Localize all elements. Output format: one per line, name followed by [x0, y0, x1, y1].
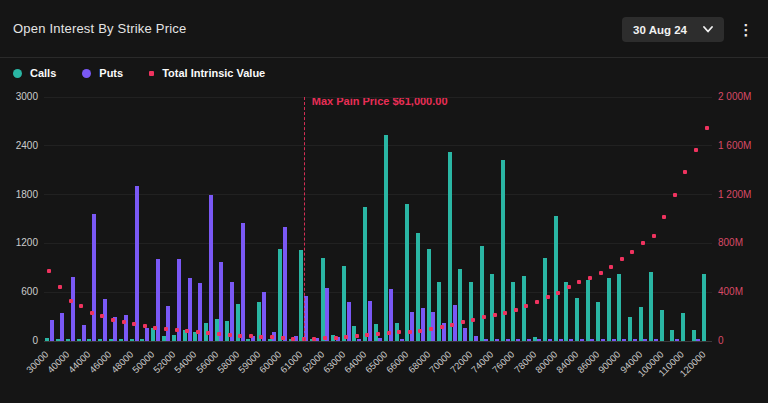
puts-bar[interactable]	[92, 214, 96, 341]
intrinsic-value-dot[interactable]	[249, 334, 253, 338]
puts-bar[interactable]	[675, 339, 679, 341]
intrinsic-value-dot[interactable]	[620, 257, 624, 261]
calls-bar[interactable]	[246, 339, 250, 341]
calls-bar[interactable]	[119, 339, 123, 341]
intrinsic-value-dot[interactable]	[185, 329, 189, 333]
calls-bar[interactable]	[299, 250, 303, 341]
date-selector-dropdown[interactable]: 30 Aug 24	[622, 17, 724, 42]
puts-bar[interactable]	[463, 328, 467, 341]
calls-bar[interactable]	[480, 246, 484, 341]
intrinsic-value-dot[interactable]	[100, 314, 104, 318]
intrinsic-value-dot[interactable]	[546, 295, 550, 299]
calls-bar[interactable]	[575, 298, 579, 341]
puts-bar[interactable]	[400, 339, 404, 341]
intrinsic-value-dot[interactable]	[344, 335, 348, 339]
puts-bar[interactable]	[262, 292, 266, 341]
intrinsic-value-dot[interactable]	[577, 280, 581, 284]
legend-item-puts[interactable]: Puts	[82, 67, 123, 79]
legend-item-intrinsic-value[interactable]: Total Intrinsic Value	[149, 67, 265, 79]
intrinsic-value-dot[interactable]	[461, 320, 465, 324]
intrinsic-value-dot[interactable]	[143, 324, 147, 328]
intrinsic-value-dot[interactable]	[514, 308, 518, 312]
calls-bar[interactable]	[109, 339, 113, 341]
puts-bar[interactable]	[590, 339, 594, 341]
puts-bar[interactable]	[421, 308, 425, 341]
calls-bar[interactable]	[628, 317, 632, 341]
intrinsic-value-dot[interactable]	[79, 304, 83, 308]
intrinsic-value-dot[interactable]	[90, 311, 94, 315]
intrinsic-value-dot[interactable]	[683, 170, 687, 174]
calls-bar[interactable]	[639, 307, 643, 341]
intrinsic-value-dot[interactable]	[705, 126, 709, 130]
puts-bar[interactable]	[474, 336, 478, 341]
intrinsic-value-dot[interactable]	[567, 285, 571, 289]
calls-bar[interactable]	[77, 339, 81, 341]
intrinsic-value-dot[interactable]	[355, 334, 359, 338]
calls-bar[interactable]	[660, 310, 664, 341]
intrinsic-value-dot[interactable]	[641, 241, 645, 245]
calls-bar[interactable]	[66, 339, 70, 341]
calls-bar[interactable]	[586, 280, 590, 341]
intrinsic-value-dot[interactable]	[334, 336, 338, 340]
intrinsic-value-dot[interactable]	[111, 318, 115, 322]
puts-bar[interactable]	[103, 299, 107, 341]
calls-bar[interactable]	[87, 339, 91, 341]
intrinsic-value-dot[interactable]	[493, 313, 497, 317]
calls-bar[interactable]	[363, 207, 367, 341]
calls-bar[interactable]	[56, 339, 60, 341]
intrinsic-value-dot[interactable]	[662, 215, 666, 219]
intrinsic-value-dot[interactable]	[503, 311, 507, 315]
puts-bar[interactable]	[580, 339, 584, 341]
calls-bar[interactable]	[416, 233, 420, 341]
calls-bar[interactable]	[522, 276, 526, 341]
puts-bar[interactable]	[643, 339, 647, 341]
intrinsic-value-dot[interactable]	[281, 336, 285, 340]
puts-bar[interactable]	[569, 339, 573, 341]
calls-bar[interactable]	[469, 282, 473, 341]
puts-bar[interactable]	[219, 262, 223, 341]
puts-bar[interactable]	[633, 339, 637, 341]
puts-bar[interactable]	[484, 339, 488, 341]
intrinsic-value-dot[interactable]	[217, 332, 221, 336]
calls-bar[interactable]	[458, 269, 462, 341]
calls-bar[interactable]	[278, 249, 282, 341]
legend-item-calls[interactable]: Calls	[13, 67, 56, 79]
intrinsic-value-dot[interactable]	[47, 269, 51, 273]
intrinsic-value-dot[interactable]	[312, 337, 316, 341]
calls-bar[interactable]	[151, 328, 155, 341]
intrinsic-value-dot[interactable]	[694, 148, 698, 152]
intrinsic-value-dot[interactable]	[206, 331, 210, 335]
puts-bar[interactable]	[495, 339, 499, 341]
intrinsic-value-dot[interactable]	[238, 334, 242, 338]
puts-bar[interactable]	[559, 339, 563, 341]
puts-bar[interactable]	[527, 339, 531, 341]
intrinsic-value-dot[interactable]	[599, 271, 603, 275]
calls-bar[interactable]	[681, 313, 685, 341]
intrinsic-value-dot[interactable]	[397, 330, 401, 334]
puts-bar[interactable]	[325, 288, 329, 341]
calls-bar[interactable]	[490, 274, 494, 342]
intrinsic-value-dot[interactable]	[291, 337, 295, 341]
intrinsic-value-dot[interactable]	[196, 330, 200, 334]
puts-bar[interactable]	[145, 328, 149, 341]
intrinsic-value-dot[interactable]	[524, 304, 528, 308]
puts-bar[interactable]	[135, 186, 139, 341]
calls-bar[interactable]	[405, 204, 409, 341]
intrinsic-value-dot[interactable]	[450, 323, 454, 327]
puts-bar[interactable]	[378, 338, 382, 341]
calls-bar[interactable]	[268, 339, 272, 341]
calls-bar[interactable]	[702, 274, 706, 341]
intrinsic-value-dot[interactable]	[228, 333, 232, 337]
calls-bar[interactable]	[98, 339, 102, 341]
calls-bar[interactable]	[172, 335, 176, 342]
calls-bar[interactable]	[596, 302, 600, 341]
puts-bar[interactable]	[304, 296, 308, 341]
intrinsic-value-dot[interactable]	[429, 327, 433, 331]
intrinsic-value-dot[interactable]	[556, 291, 560, 295]
puts-bar[interactable]	[124, 315, 128, 341]
calls-bar[interactable]	[448, 152, 452, 342]
puts-bar[interactable]	[654, 339, 658, 341]
intrinsic-value-dot[interactable]	[376, 332, 380, 336]
more-options-button[interactable]: ⋮	[734, 17, 758, 42]
puts-bar[interactable]	[50, 320, 54, 341]
